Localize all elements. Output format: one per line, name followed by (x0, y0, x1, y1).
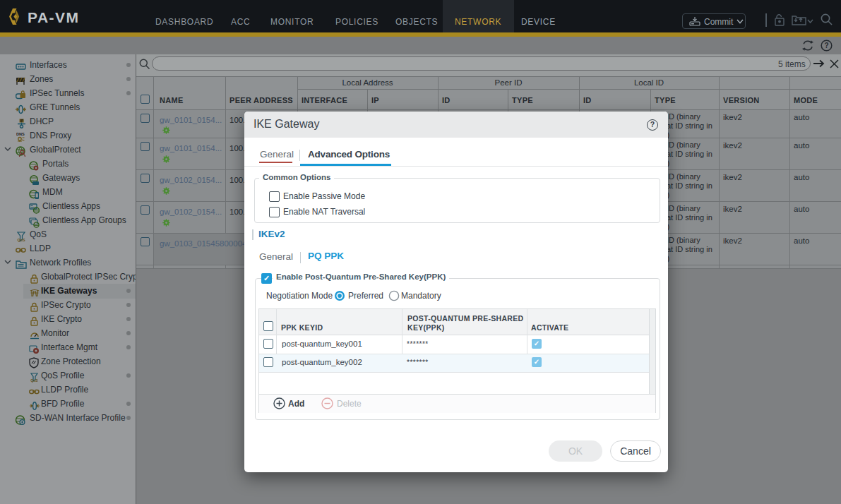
svg-text:?: ? (824, 42, 828, 49)
svg-text:IP: IP (20, 119, 23, 123)
svg-text:DNS: DNS (16, 132, 25, 136)
svg-text:QoS: QoS (30, 378, 38, 383)
svg-text:QoS: QoS (17, 238, 25, 242)
